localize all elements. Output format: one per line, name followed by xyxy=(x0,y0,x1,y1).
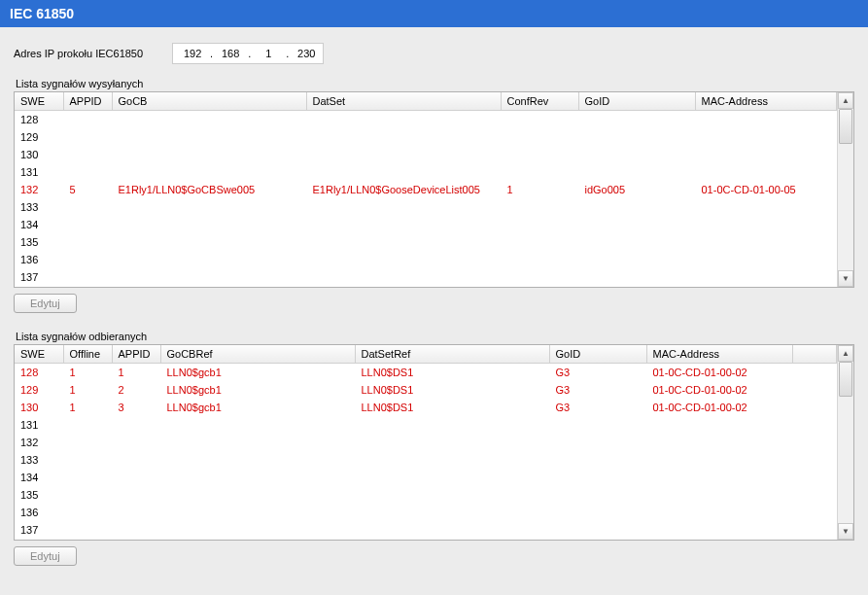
cell-datsetref xyxy=(355,416,549,434)
table-row[interactable]: 136 xyxy=(15,504,837,521)
cell-swe: 132 xyxy=(15,434,63,451)
cell-offline: 1 xyxy=(63,381,112,399)
table-row[interactable]: 133 xyxy=(15,198,837,216)
cell-datset xyxy=(306,268,501,286)
cell-mac xyxy=(646,434,792,451)
cell-gocb xyxy=(112,163,306,181)
cell-goid xyxy=(578,163,695,181)
table-row[interactable]: 13013LLN0$gcb1LLN0$DS1G301-0C-CD-01-00-0… xyxy=(15,399,837,416)
table-row[interactable]: 131 xyxy=(15,416,837,434)
col-datset[interactable]: DatSet xyxy=(306,92,501,111)
table-row[interactable]: 137 xyxy=(15,268,837,286)
col-mac[interactable]: MAC-Address xyxy=(695,92,837,111)
table-row[interactable]: 12811LLN0$gcb1LLN0$DS1G301-0C-CD-01-00-0… xyxy=(15,364,837,381)
cell-mac xyxy=(646,521,792,539)
page-title: IEC 61850 xyxy=(0,0,868,27)
cell-goid xyxy=(549,504,646,521)
table-row[interactable]: 135 xyxy=(15,233,837,251)
cell-gocb xyxy=(112,268,306,286)
col-confrev[interactable]: ConfRev xyxy=(501,92,578,111)
scroll-up-icon[interactable]: ▲ xyxy=(838,345,853,362)
cell-mac xyxy=(695,268,837,286)
cell-confrev xyxy=(501,216,578,233)
col-swe[interactable]: SWE xyxy=(15,345,63,364)
col-offline[interactable]: Offline xyxy=(63,345,112,364)
cell-goid xyxy=(549,416,646,434)
table-row[interactable]: 137 xyxy=(15,521,837,539)
cell-datsetref: LLN0$DS1 xyxy=(355,399,549,416)
cell-offline: 1 xyxy=(63,399,112,416)
cell-gocbref xyxy=(160,469,355,486)
cell-datsetref xyxy=(355,486,549,504)
scroll-thumb[interactable] xyxy=(839,109,852,144)
cell-mac xyxy=(695,128,837,146)
recv-edit-button[interactable]: Edytuj xyxy=(14,546,77,566)
ip-octet-4[interactable] xyxy=(293,47,320,60)
cell-gocb: E1Rly1/LLN0$GoCBSwe005 xyxy=(112,181,306,198)
cell-swe: 134 xyxy=(15,216,63,233)
cell-goid xyxy=(578,128,695,146)
col-goid[interactable]: GoID xyxy=(578,92,695,111)
cell-offline xyxy=(63,434,112,451)
cell-appid: 5 xyxy=(63,181,112,198)
cell-datset xyxy=(306,251,501,268)
ip-octet-3[interactable] xyxy=(255,47,282,60)
table-row[interactable]: 131 xyxy=(15,163,837,181)
cell-goid: idGo005 xyxy=(578,181,695,198)
cell-mac: 01-0C-CD-01-00-02 xyxy=(646,381,792,399)
table-row[interactable]: 134 xyxy=(15,469,837,486)
scroll-up-icon[interactable]: ▲ xyxy=(838,92,853,109)
col-datsetref[interactable]: DatSetRef xyxy=(355,345,549,364)
cell-mac xyxy=(695,233,837,251)
ip-input-group[interactable]: . . . xyxy=(172,43,324,64)
cell-gocb xyxy=(112,111,306,128)
cell-swe: 130 xyxy=(15,399,63,416)
col-swe[interactable]: SWE xyxy=(15,92,63,111)
ip-octet-2[interactable] xyxy=(217,47,244,60)
table-header-row[interactable]: SWE APPID GoCB DatSet ConfRev GoID MAC-A… xyxy=(15,92,837,111)
cell-offline xyxy=(63,521,112,539)
col-goid[interactable]: GoID xyxy=(549,345,646,364)
cell-gocbref: LLN0$gcb1 xyxy=(160,399,355,416)
cell-gocb xyxy=(112,251,306,268)
cell-goid: G3 xyxy=(549,399,646,416)
col-gocb[interactable]: GoCB xyxy=(112,92,306,111)
table-row[interactable]: 130 xyxy=(15,146,837,163)
cell-datset xyxy=(306,146,501,163)
table-row[interactable]: 134 xyxy=(15,216,837,233)
cell-goid xyxy=(549,451,646,469)
table-row[interactable]: 135 xyxy=(15,486,837,504)
cell-offline xyxy=(63,469,112,486)
sent-scrollbar[interactable]: ▲ ▼ xyxy=(837,92,853,287)
cell-swe: 130 xyxy=(15,146,63,163)
col-appid[interactable]: APPID xyxy=(112,345,160,364)
col-mac[interactable]: MAC-Address xyxy=(646,345,792,364)
cell-confrev xyxy=(501,233,578,251)
cell-gocbref: LLN0$gcb1 xyxy=(160,381,355,399)
cell-mac xyxy=(695,111,837,128)
sent-signals-table[interactable]: SWE APPID GoCB DatSet ConfRev GoID MAC-A… xyxy=(15,92,837,286)
ip-octet-1[interactable] xyxy=(179,47,206,60)
table-row[interactable]: 133 xyxy=(15,451,837,469)
table-header-row[interactable]: SWE Offline APPID GoCBRef DatSetRef GoID… xyxy=(15,345,837,364)
cell-datsetref xyxy=(355,469,549,486)
table-row[interactable]: 136 xyxy=(15,251,837,268)
table-row[interactable]: 1325E1Rly1/LLN0$GoCBSwe005E1Rly1/LLN0$Go… xyxy=(15,181,837,198)
cell-swe: 128 xyxy=(15,364,63,381)
scroll-down-icon[interactable]: ▼ xyxy=(838,270,853,287)
table-row[interactable]: 12912LLN0$gcb1LLN0$DS1G301-0C-CD-01-00-0… xyxy=(15,381,837,399)
cell-gocbref xyxy=(160,434,355,451)
col-gocbref[interactable]: GoCBRef xyxy=(160,345,355,364)
recv-scrollbar[interactable]: ▲ ▼ xyxy=(837,345,853,540)
table-row[interactable]: 132 xyxy=(15,434,837,451)
recv-signals-table[interactable]: SWE Offline APPID GoCBRef DatSetRef GoID… xyxy=(15,345,837,539)
scroll-down-icon[interactable]: ▼ xyxy=(838,523,853,540)
sent-edit-button[interactable]: Edytuj xyxy=(14,294,77,313)
table-row[interactable]: 129 xyxy=(15,128,837,146)
col-appid[interactable]: APPID xyxy=(63,92,112,111)
table-row[interactable]: 128 xyxy=(15,111,837,128)
cell-mac: 01-0C-CD-01-00-02 xyxy=(646,399,792,416)
cell-appid xyxy=(112,451,160,469)
scroll-thumb[interactable] xyxy=(839,362,852,397)
cell-appid xyxy=(63,268,112,286)
